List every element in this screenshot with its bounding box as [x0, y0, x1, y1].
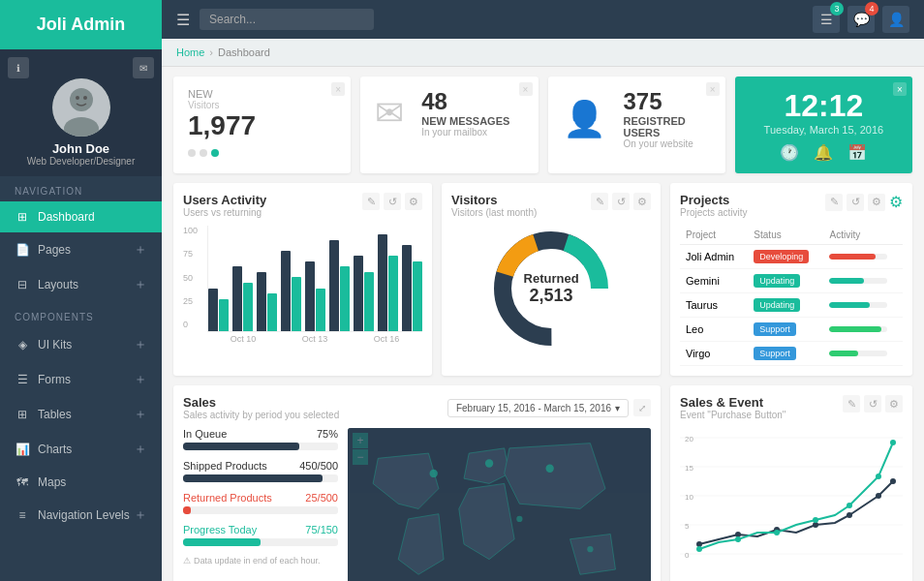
topbar-icons: ☰ 3 💬 4 👤	[813, 6, 909, 33]
uikits-expand-icon[interactable]: ＋	[134, 336, 147, 353]
uikits-icon: ◈	[15, 338, 30, 352]
sidebar-item-label-dashboard: Dashboard	[38, 210, 95, 224]
users-activity-settings-button[interactable]: ⚙	[405, 193, 422, 210]
data-update-note: ⚠ Data update in end of each hour.	[183, 556, 338, 566]
sales-stat-item-label: Progress Today75/150	[183, 524, 338, 535]
sidebar-item-navlevels[interactable]: ≡ Navigation Levels ＋	[0, 498, 162, 533]
sales-expand-button[interactable]: ⤢	[633, 399, 651, 416]
sidebar: Joli Admin ℹ ✉ John Doe Web Developer/De…	[0, 0, 162, 581]
clock-history-icon[interactable]: 🕐	[780, 143, 799, 162]
sidebar-item-label-layouts: Layouts	[38, 278, 78, 291]
bar-group	[378, 234, 398, 331]
project-name-cell: Gemini	[680, 269, 748, 293]
hamburger-menu-button[interactable]: ☰	[176, 11, 190, 29]
row3: Sales Sales activity by period you selec…	[173, 385, 912, 581]
bar-group	[354, 256, 374, 331]
projects-col-project: Project	[680, 226, 748, 245]
sales-event-header: Sales & Event Event "Purchase Button" ✎ …	[680, 395, 903, 420]
sidebar-item-charts[interactable]: 📊 Charts ＋	[0, 432, 162, 467]
clock-date: Tuesday, March 15, 2016	[764, 124, 884, 136]
navlevels-expand-icon[interactable]: ＋	[134, 506, 147, 524]
table-row: Joli AdminDeveloping	[680, 245, 903, 269]
sales-stat-value-text: 75%	[317, 428, 338, 440]
activity-bar	[829, 302, 870, 308]
visitors-settings-button[interactable]: ⚙	[633, 193, 651, 210]
svg-text:15: 15	[685, 464, 693, 473]
forms-expand-icon[interactable]: ＋	[134, 371, 147, 388]
stat-users-close-button[interactable]: ×	[706, 82, 720, 96]
visitors-subtitle: Visitors (last month)	[451, 207, 537, 218]
stat-clock-close-button[interactable]: ×	[893, 82, 907, 96]
svg-point-10	[485, 459, 493, 467]
sidebar-item-maps[interactable]: 🗺 Maps	[0, 467, 162, 498]
topbar-user-button[interactable]: 👤	[882, 6, 909, 33]
project-status-cell: Developing	[748, 245, 823, 269]
profile-message-button[interactable]: ✉	[133, 57, 154, 78]
topbar-chat-button[interactable]: 💬 4	[847, 6, 875, 33]
layouts-expand-icon[interactable]: ＋	[134, 276, 147, 293]
svg-text:2014-10-13: 2014-10-13	[767, 563, 802, 564]
projects-header: Projects Projects activity ✎ ↺ ⚙ ⚙	[680, 193, 903, 218]
sidebar-item-dashboard[interactable]: ⊞ Dashboard	[0, 201, 162, 232]
profile-info-button[interactable]: ℹ	[8, 57, 29, 78]
layouts-icon: ⊟	[15, 278, 30, 291]
projects-refresh-button[interactable]: ↺	[847, 194, 864, 211]
sidebar-item-uikits[interactable]: ◈ UI Kits ＋	[0, 327, 162, 362]
pages-expand-icon[interactable]: ＋	[134, 241, 147, 259]
projects-edit-button[interactable]: ✎	[825, 194, 843, 211]
sales-event-settings-button[interactable]: ⚙	[885, 395, 903, 413]
visitors-header: Visitors Visitors (last month) ✎ ↺ ⚙	[451, 193, 651, 218]
clock-time: 12:12	[784, 88, 863, 124]
avatar	[52, 78, 110, 137]
sales-event-title: Sales & Event	[680, 395, 785, 410]
stat-visitors-label: NEW	[188, 88, 256, 100]
clock-calendar-icon[interactable]: 📅	[847, 143, 867, 162]
sidebar-item-forms[interactable]: ☰ Forms ＋	[0, 362, 162, 397]
projects-settings-button[interactable]: ⚙	[868, 194, 885, 211]
status-badge: Updating	[754, 274, 800, 288]
svg-point-31	[696, 546, 702, 552]
sales-date-picker-button[interactable]: February 15, 2016 - March 15, 2016 ▾	[447, 399, 629, 417]
sales-date-range: February 15, 2016 - March 15, 2016	[456, 403, 611, 413]
clock-alarm-icon[interactable]: 🔔	[814, 143, 833, 162]
project-status-cell: Updating	[748, 293, 823, 318]
breadcrumb-home[interactable]: Home	[176, 46, 204, 58]
projects-gear-icon[interactable]: ⚙	[889, 193, 903, 211]
stat-messages-close-button[interactable]: ×	[519, 82, 533, 96]
search-input[interactable]	[200, 9, 374, 30]
sales-event-refresh-button[interactable]: ↺	[864, 395, 881, 413]
svg-point-11	[545, 465, 553, 473]
sidebar-item-layouts[interactable]: ⊟ Layouts ＋	[0, 267, 162, 302]
table-row: GeminiUpdating	[680, 269, 903, 293]
sidebar-item-tables[interactable]: ⊞ Tables ＋	[0, 397, 162, 432]
sidebar-item-pages[interactable]: 📄 Pages ＋	[0, 232, 162, 267]
users-activity-title: Users Activity	[183, 193, 266, 207]
users-activity-header: Users Activity Users vs returning ✎ ↺ ⚙	[183, 193, 422, 218]
stat-visitors-value: 1,977	[188, 110, 256, 141]
visitors-edit-button[interactable]: ✎	[591, 193, 608, 210]
stat-visitors-close-button[interactable]: ×	[331, 82, 345, 96]
stat-card-users: × 👤 375 REGISTRED USERS On your website	[548, 76, 725, 173]
bar-dark	[329, 240, 339, 331]
status-badge: Updating	[754, 298, 800, 312]
svg-text:2014-10-15: 2014-10-15	[845, 563, 879, 564]
bar-dark	[232, 266, 242, 331]
sales-stat-value-text: 450/500	[299, 460, 338, 472]
topbar-list-button[interactable]: ☰ 3	[813, 6, 840, 33]
tables-expand-icon[interactable]: ＋	[134, 406, 147, 423]
status-badge: Developing	[754, 250, 809, 263]
charts-expand-icon[interactable]: ＋	[134, 441, 147, 458]
svg-point-37	[890, 440, 896, 445]
x-label-oct13: Oct 13	[302, 334, 328, 344]
svg-point-32	[735, 536, 741, 542]
profile-name: John Doe	[52, 141, 109, 156]
sales-stat-item: Returned Products25/500	[183, 492, 338, 514]
users-activity-refresh-button[interactable]: ↺	[384, 193, 401, 210]
bar-teal	[267, 293, 277, 331]
sales-event-edit-button[interactable]: ✎	[843, 395, 860, 413]
users-activity-edit-button[interactable]: ✎	[362, 193, 380, 210]
visitors-refresh-button[interactable]: ↺	[612, 193, 630, 210]
sidebar-profile: ℹ ✉ John Doe Web Developer/Designer	[0, 49, 162, 176]
stat-messages-count: 48	[421, 88, 509, 115]
status-badge: Support	[754, 347, 796, 360]
